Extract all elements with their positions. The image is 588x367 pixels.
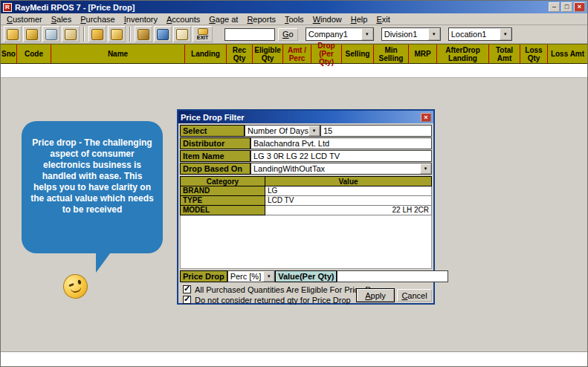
return-cart-icon[interactable] [108,26,126,42]
drop-based-on-label: Drop Based On [180,163,251,175]
dialog-close-icon[interactable] [421,113,431,122]
chevron-down-icon[interactable] [428,28,440,40]
grid-header: Sno Code Name Landing Rec Qty Eligible Q… [1,44,587,64]
checkbox-label: Do not consider returned qty for Price D… [195,296,351,305]
menu-label: Help [351,15,368,24]
chevron-down-icon[interactable] [361,28,373,40]
app-icon [3,3,12,12]
app-window: RayMedi RPOS 7 - [Price Drop] Customer S… [0,0,588,367]
select-mode-dropdown[interactable]: Number Of Days [245,125,320,137]
bottom-strip [1,351,587,367]
price-drop-mode-dropdown[interactable]: Perc [%] [227,270,276,282]
sales-cart-icon[interactable] [88,26,106,42]
column-header-code: Code [17,45,51,63]
cancel-button[interactable]: Cancel [397,289,432,302]
distributor-field[interactable] [251,137,432,149]
item-name-field[interactable] [251,150,432,162]
division-select-value: Division1 [382,30,428,39]
checkbox-checked-icon[interactable] [183,285,191,293]
select-label: Select [180,125,245,137]
table-row: TYPE LCD TV [180,196,432,206]
smiley-mouth [70,284,83,293]
location-select-value: Location1 [449,30,500,39]
value-column-header: Value [265,176,432,186]
price-drop-mode-value: Perc [%] [228,271,264,282]
menu-item-exit[interactable]: Exit [372,13,394,25]
menu-item-sales[interactable]: Sales [47,13,77,25]
apply-button[interactable]: Apply [357,289,394,302]
chevron-down-icon[interactable] [500,28,511,40]
dialog-title: Price Drop Filter [181,113,245,122]
menu-label: Inventory [124,15,158,24]
menu-item-purchase[interactable]: Purchase [76,13,119,25]
cart-icon [7,29,19,40]
drop-based-on-value: LandingWithOutTax [251,163,420,174]
column-header-amt-perc: Amt / Perc [283,45,311,63]
column-header-afterdrop-landing: AfterDrop Landing [437,45,489,63]
checkbox-checked-icon[interactable] [183,296,191,304]
dialog-title-bar[interactable]: Price Drop Filter [178,111,433,123]
go-button[interactable]: Go [278,28,298,41]
chevron-down-icon[interactable] [263,271,274,282]
price-drop-filter-dialog: Price Drop Filter Select Number Of Days … [177,109,435,305]
door-icon [198,28,208,35]
menu-label: Sales [51,15,72,24]
value-cell[interactable]: LCD TV [265,196,432,206]
quick-search-input[interactable] [224,28,275,41]
menu-label: Reports [247,15,276,24]
menu-item-accounts[interactable]: Accounts [162,13,204,25]
menu-item-tools[interactable]: Tools [280,13,308,25]
menu-item-window[interactable]: Window [308,13,346,25]
inventory-icon[interactable] [135,26,152,42]
column-header-sno: Sno [1,45,17,63]
exit-icon[interactable]: EXIT [193,26,213,42]
checkbox-label: All Purchased Quantities Are Eligible Fo… [195,285,383,294]
minimize-icon[interactable] [549,2,560,12]
category-cell: TYPE [180,196,265,206]
location-select[interactable]: Location1 [448,27,512,41]
column-header-rec-qty: Rec Qty [227,45,253,63]
category-cell: MODEL [180,206,265,215]
checkbox-row: All Purchased Quantities Are Eligible Fo… [183,285,383,294]
column-header-landing: Landing [185,45,227,63]
menu-item-inventory[interactable]: Inventory [120,13,162,25]
value-per-qty-label: Value(Per Qty) [275,270,337,282]
select-value-input[interactable] [320,125,432,137]
company-select[interactable]: Company1 [306,27,374,41]
menu-item-help[interactable]: Help [346,13,372,25]
printer-icon [45,29,57,40]
save-icon[interactable] [62,26,80,42]
drop-based-on-dropdown[interactable]: LandingWithOutTax [251,163,432,175]
column-header-name: Name [51,45,185,63]
price-drop-label: Price Drop [180,270,227,282]
maximize-icon[interactable] [561,2,572,12]
title-bar: RayMedi RPOS 7 - [Price Drop] [1,1,587,13]
close-icon[interactable] [574,2,585,12]
column-header-min-selling: Min Selling [374,45,409,63]
chevron-down-icon[interactable] [308,126,320,136]
menu-item-reports[interactable]: Reports [242,13,280,25]
window-title: RayMedi RPOS 7 - [Price Drop] [15,3,135,12]
grid-empty-row [1,64,587,78]
new-sale-icon[interactable] [4,26,22,42]
column-header-drop-per-qty: Drop (Per Qty) [311,45,342,63]
value-cell[interactable]: 22 LH 2CR [265,206,432,215]
menu-bar: Customer Sales Purchase Inventory Accoun… [1,13,587,25]
print-icon[interactable] [42,26,60,42]
menu-item-gage-at[interactable]: Gage at [204,13,242,25]
value-per-qty-input[interactable] [337,270,448,282]
menu-item-customer[interactable]: Customer [2,13,47,25]
menu-label: Window [313,15,342,24]
speech-bubble-tail [96,250,112,273]
division-select[interactable]: Division1 [381,27,441,41]
distributor-label: Distributor [180,137,251,149]
cash-icon[interactable] [154,26,172,42]
coins-icon [157,29,169,40]
category-cell: BRAND [180,186,265,196]
reports-icon[interactable] [173,26,191,42]
cart-icon [26,29,38,40]
chevron-down-icon[interactable] [420,163,431,174]
value-cell[interactable]: LG [265,186,432,196]
purchase-cart-icon[interactable] [23,26,41,42]
speech-bubble-text: Price drop - The challenging aspect of c… [30,137,153,215]
